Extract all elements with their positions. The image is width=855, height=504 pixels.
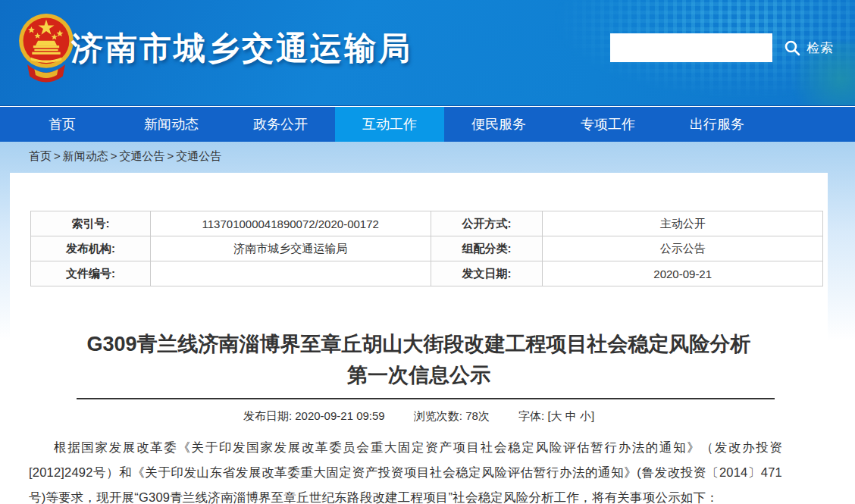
nav-item-public-service[interactable]: 便民服务 bbox=[444, 107, 553, 142]
document-number-label: 文件编号: bbox=[31, 261, 151, 286]
breadcrumb-notice[interactable]: 交通公告 bbox=[120, 149, 165, 162]
disclosure-method-label: 公开方式: bbox=[431, 211, 543, 236]
disclosure-method-value: 主动公开 bbox=[543, 211, 823, 236]
table-row: 文件编号: 发文日期: 2020-09-21 bbox=[31, 261, 823, 286]
nav-item-interaction[interactable]: 互动工作 bbox=[335, 107, 444, 142]
issuing-agency-value: 济南市城乡交通运输局 bbox=[150, 236, 431, 261]
site-title: 济南市城乡交通运输局 bbox=[71, 27, 412, 70]
index-number-value: 113701000041890072/2020-00172 bbox=[150, 211, 431, 236]
issue-date-value: 2020-09-21 bbox=[543, 261, 823, 286]
site-banner: 济南市城乡交通运输局 检索 bbox=[0, 0, 855, 106]
document-info-table: 索引号: 113701000041890072/2020-00172 公开方式:… bbox=[30, 211, 823, 286]
document-number-value bbox=[150, 261, 431, 286]
search-area: 检索 bbox=[610, 33, 834, 62]
title-divider bbox=[77, 398, 775, 399]
search-icon bbox=[783, 39, 801, 57]
article-meta: 发布日期: 2020-09-21 09:59 浏览次数: 78次 字体: [大 … bbox=[10, 409, 828, 424]
breadcrumb-home[interactable]: 首页 bbox=[29, 149, 52, 162]
table-row: 发布机构: 济南市城乡交通运输局 组配分类: 公示公告 bbox=[31, 236, 823, 261]
national-emblem-icon bbox=[17, 9, 76, 88]
issuing-agency-label: 发布机构: bbox=[31, 236, 151, 261]
category-label: 组配分类: bbox=[431, 236, 543, 261]
breadcrumb-news[interactable]: 新闻动态 bbox=[63, 149, 108, 162]
nav-item-special-work[interactable]: 专项工作 bbox=[553, 107, 662, 142]
search-button[interactable]: 检索 bbox=[783, 39, 834, 57]
font-size-options: [大 中 小] bbox=[547, 409, 594, 422]
search-input[interactable] bbox=[610, 33, 772, 62]
breadcrumb: 首页>新闻动态>交通公告>交通公告 bbox=[29, 149, 221, 164]
view-count: 浏览次数: 78次 bbox=[414, 409, 490, 422]
content-panel: 索引号: 113701000041890072/2020-00172 公开方式:… bbox=[10, 173, 828, 504]
nav-item-travel-service[interactable]: 出行服务 bbox=[662, 107, 772, 142]
publish-date: 发布日期: 2020-09-21 09:59 bbox=[243, 409, 385, 422]
breadcrumb-current[interactable]: 交通公告 bbox=[176, 149, 221, 162]
article-body-paragraph: 根据国家发展改革委《关于印发国家发展改革委员会重大固定资产项目社会稳定风险评估暂… bbox=[29, 435, 782, 504]
table-row: 索引号: 113701000041890072/2020-00172 公开方式:… bbox=[31, 211, 823, 236]
nav-item-gov-info[interactable]: 政务公开 bbox=[226, 107, 335, 142]
index-number-label: 索引号: bbox=[31, 211, 151, 236]
page: 济南市城乡交通运输局 检索 首页 新闻动态 政务公开 互动工作 便民服务 专项工… bbox=[0, 0, 855, 504]
font-size-control[interactable]: 字体: [大 中 小] bbox=[518, 409, 594, 422]
nav-item-news[interactable]: 新闻动态 bbox=[117, 107, 226, 142]
search-button-label: 检索 bbox=[806, 39, 834, 57]
main-nav: 首页 新闻动态 政务公开 互动工作 便民服务 专项工作 出行服务 bbox=[0, 107, 855, 142]
issue-date-label: 发文日期: bbox=[431, 261, 543, 286]
breadcrumb-separator: > bbox=[111, 149, 117, 162]
breadcrumb-separator: > bbox=[54, 149, 61, 162]
article-title: G309青兰线济南淄博界至章丘胡山大街段改建工程项目社会稳定风险分析第一次信息公… bbox=[77, 329, 761, 391]
nav-item-home[interactable]: 首页 bbox=[8, 107, 117, 142]
category-value: 公示公告 bbox=[543, 236, 823, 261]
breadcrumb-separator: > bbox=[168, 149, 174, 162]
